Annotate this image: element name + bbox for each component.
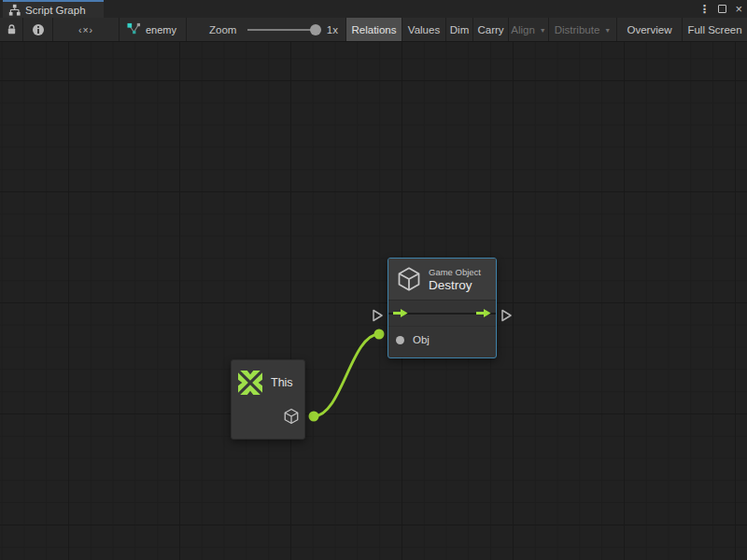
toolbar: ‹×› enemy Zoom 1x Relations Values Dim C… — [0, 18, 747, 42]
tab-script-graph[interactable]: Script Graph — [3, 0, 104, 18]
graph-name: enemy — [146, 24, 176, 35]
this-converge-icon — [238, 371, 262, 395]
node-destroy[interactable]: Game Object Destroy Obj — [388, 258, 497, 358]
obj-port-label: Obj — [413, 334, 430, 345]
graph-asset-icon — [127, 22, 141, 36]
lock-button[interactable] — [0, 18, 23, 41]
node-this-title: This — [271, 376, 293, 389]
node-destroy-value-row: Obj — [388, 327, 496, 353]
lock-icon — [6, 23, 18, 35]
inspect-button[interactable] — [23, 18, 53, 41]
obj-value-port[interactable] — [396, 336, 404, 344]
zoom-slider[interactable] — [247, 29, 315, 31]
flow-input-arrow-icon[interactable] — [393, 308, 408, 318]
node-this[interactable]: This — [231, 359, 305, 440]
toolbar-button-dim[interactable]: Dim — [446, 18, 473, 41]
graph-canvas[interactable]: This Game Object Destroy — [0, 42, 747, 560]
connection-start-dot — [309, 412, 319, 422]
cube-icon — [283, 408, 300, 425]
zoom-slider-handle[interactable] — [310, 24, 321, 35]
connection-wire — [0, 42, 747, 560]
node-destroy-flow-row — [388, 301, 496, 327]
toolbar-button-relations[interactable]: Relations — [346, 18, 402, 41]
tab-title: Script Graph — [25, 5, 86, 16]
node-destroy-category: Game Object — [429, 267, 481, 277]
zoom-value: 1x — [327, 24, 338, 35]
zoom-label: Zoom — [209, 24, 236, 35]
flow-output-triangle-icon[interactable] — [500, 309, 513, 322]
toolbar-button-overview[interactable]: Overview — [617, 18, 683, 41]
cube-icon — [396, 266, 422, 292]
info-icon — [32, 23, 45, 36]
connection-end-dot — [374, 329, 385, 340]
node-destroy-header: Game Object Destroy — [388, 259, 496, 301]
window-menu-icon[interactable]: ⋮ — [698, 4, 710, 15]
script-graph-icon — [8, 4, 21, 16]
toolbar-button-carry[interactable]: Carry — [473, 18, 509, 41]
maximize-icon[interactable] — [718, 5, 726, 13]
chevron-down-icon: ▼ — [540, 27, 546, 34]
toolbar-button-fullscreen[interactable]: Full Screen — [683, 18, 747, 41]
node-destroy-title: Destroy — [429, 278, 481, 292]
code-icon: ‹×› — [78, 24, 93, 35]
zoom-control: Zoom 1x — [187, 18, 346, 41]
code-view-button[interactable]: ‹×› — [53, 18, 120, 41]
flow-input-triangle-icon[interactable] — [372, 309, 384, 322]
titlebar: Script Graph ⋮ × — [0, 0, 747, 18]
toolbar-button-align[interactable]: Align ▼ — [509, 18, 549, 41]
toolbar-button-distribute[interactable]: Distribute ▼ — [549, 18, 617, 41]
this-output-port[interactable] — [283, 408, 300, 425]
close-icon[interactable]: × — [735, 3, 742, 15]
chevron-down-icon: ▼ — [604, 27, 611, 34]
flow-output-arrow-icon[interactable] — [476, 308, 491, 318]
toolbar-button-values[interactable]: Values — [402, 18, 446, 41]
graph-breadcrumb[interactable]: enemy — [120, 18, 187, 41]
